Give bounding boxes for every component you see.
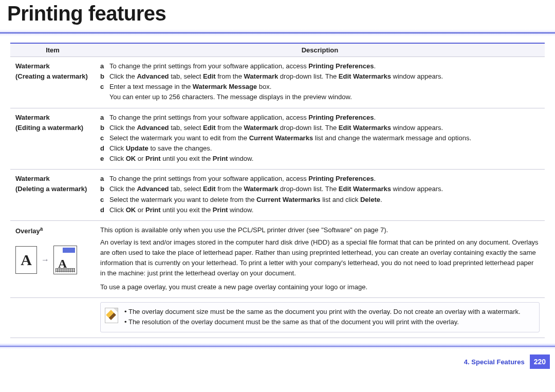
item-label: Overlay <box>15 227 40 235</box>
overlay-illustration: A → A <box>15 246 90 274</box>
step-text: Click Update to save the changes. <box>109 143 471 154</box>
step-letter: a <box>100 113 109 123</box>
step-letter: b <box>100 123 109 133</box>
step-text: To change the print settings from your s… <box>109 61 443 71</box>
step-text: To change the print settings from your s… <box>109 113 471 123</box>
desc-cell-create: a To change the print settings from your… <box>95 57 545 108</box>
table-row: Watermark (Editing a watermark) a To cha… <box>10 108 545 170</box>
step-text: Click the Advanced tab, select Edit from… <box>109 71 443 82</box>
note-bullet: The resolution of the overlay document m… <box>124 317 521 328</box>
content-area: Item Description Watermark (Creating a w… <box>10 43 545 338</box>
item-footnote-a: a <box>40 226 43 232</box>
step-letter: c <box>100 195 109 205</box>
item-label: Watermark <box>15 62 50 70</box>
step-letter: a <box>100 61 109 71</box>
step-text: Click OK or Print until you exit the Pri… <box>109 205 443 215</box>
overlay-result-icon: A <box>53 246 77 274</box>
desc-cell-delete: a To change the print settings from your… <box>95 170 545 221</box>
desc-cell-edit: a To change the print settings from your… <box>95 108 545 170</box>
item-sublabel: (Deleting a watermark) <box>15 185 87 193</box>
table-row: The overlay document size must be the sa… <box>10 297 545 338</box>
step-letter: d <box>100 143 109 154</box>
note-empty-cell <box>10 297 95 338</box>
overlay-para3: To use a page overlay, you must create a… <box>100 282 540 292</box>
bottom-divider <box>0 343 555 349</box>
step-letter: b <box>100 184 109 194</box>
step-text: Click the Advanced tab, select Edit from… <box>109 184 443 194</box>
document-a-icon: A <box>15 246 37 274</box>
arrow-right-icon: → <box>41 254 49 267</box>
footer-chapter: 4. Special Features <box>464 358 525 366</box>
step-sub: You can enter up to 256 characters. The … <box>109 92 443 102</box>
item-cell-create: Watermark (Creating a watermark) <box>10 57 95 108</box>
table-row: Overlaya A → A This option is available … <box>10 220 545 297</box>
note-cell: The overlay document size must be the sa… <box>95 297 545 338</box>
footer-page-number: 220 <box>530 354 550 369</box>
step-letter: a <box>100 174 109 184</box>
note-content: The overlay document size must be the sa… <box>124 307 521 328</box>
item-cell-overlay: Overlaya A → A <box>10 220 95 297</box>
table-row: Watermark (Creating a watermark) a To ch… <box>10 57 545 108</box>
item-label: Watermark <box>15 175 50 182</box>
page-footer: 4. Special Features 220 <box>0 354 550 369</box>
page-title: Printing features <box>7 2 555 25</box>
item-cell-edit: Watermark (Editing a watermark) <box>10 108 95 170</box>
step-text: Select the watermark you want to delete … <box>109 195 443 205</box>
header-item: Item <box>10 43 95 57</box>
step-letter: b <box>100 71 109 82</box>
note-bullet: The overlay document size must be the sa… <box>124 307 521 318</box>
title-divider <box>0 29 555 36</box>
note-icon <box>105 308 118 323</box>
table-row: Watermark (Deleting a watermark) a To ch… <box>10 170 545 221</box>
step-text: Click the Advanced tab, select Edit from… <box>109 123 471 133</box>
item-sublabel: (Creating a watermark) <box>15 72 88 80</box>
item-sublabel: (Editing a watermark) <box>15 124 83 132</box>
step-text: Click OK or Print until you exit the Pri… <box>109 154 471 164</box>
step-letter: c <box>100 133 109 143</box>
overlay-para1: This option is available only when you u… <box>100 225 540 235</box>
features-table: Item Description Watermark (Creating a w… <box>10 43 545 338</box>
step-letter: e <box>100 154 109 164</box>
step-letter: d <box>100 205 109 215</box>
overlay-para2: An overlay is text and/or images stored … <box>100 237 540 279</box>
step-letter: c <box>100 82 109 102</box>
desc-cell-overlay: This option is available only when you u… <box>95 220 545 297</box>
item-label: Watermark <box>15 114 50 121</box>
step-text: To change the print settings from your s… <box>109 174 443 184</box>
step-text: Select the watermark you want to edit fr… <box>109 133 471 143</box>
note-box: The overlay document size must be the sa… <box>100 302 540 333</box>
item-cell-delete: Watermark (Deleting a watermark) <box>10 170 95 221</box>
header-description: Description <box>95 43 545 57</box>
step-text: Enter a text message in the Watermark Me… <box>109 82 443 102</box>
